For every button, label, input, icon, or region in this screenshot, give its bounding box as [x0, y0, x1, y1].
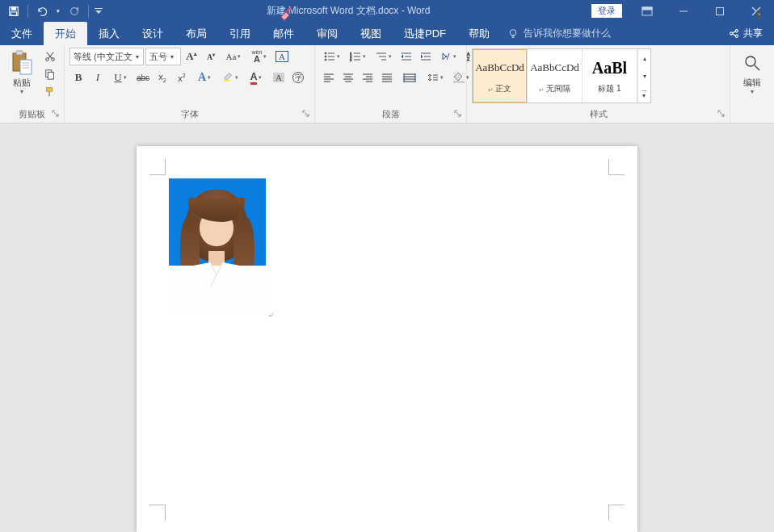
quick-access-toolbar: ▾: [0, 0, 105, 22]
paragraph-launcher[interactable]: [453, 110, 463, 119]
save-button[interactable]: [3, 0, 24, 22]
paste-label: 粘贴: [13, 77, 31, 88]
login-button[interactable]: 登录: [591, 4, 622, 18]
undo-dropdown[interactable]: ▾: [53, 0, 64, 22]
enclose-characters-button[interactable]: 字: [289, 69, 307, 86]
tab-references[interactable]: 引用: [218, 22, 262, 45]
clear-formatting-button[interactable]: [278, 5, 296, 23]
tab-layout[interactable]: 布局: [175, 22, 218, 45]
copy-button[interactable]: [41, 65, 59, 83]
document-area[interactable]: ⤶: [0, 124, 774, 532]
highlight-button[interactable]: [218, 69, 242, 86]
grow-font-button[interactable]: A▴: [183, 48, 200, 65]
line-spacing-button[interactable]: [423, 69, 448, 86]
editing-label: 编辑: [743, 77, 761, 88]
text-effects-button[interactable]: A: [192, 69, 217, 86]
clipboard-launcher[interactable]: [51, 110, 61, 119]
tab-review[interactable]: 审阅: [305, 22, 349, 45]
superscript-button[interactable]: x2: [173, 69, 191, 86]
font-color-button[interactable]: A: [244, 69, 268, 86]
style-no-spacing[interactable]: AaBbCcDd 无间隔: [528, 49, 583, 103]
margin-corner-tl: [149, 159, 166, 175]
svg-point-36: [325, 59, 326, 61]
tab-pdf[interactable]: 迅捷PDF: [393, 22, 457, 45]
undo-button[interactable]: [32, 0, 53, 22]
gallery-up[interactable]: ▴: [638, 49, 650, 67]
paragraph-mark: ⤶: [267, 311, 274, 320]
align-distributed-button[interactable]: [398, 69, 422, 86]
font-launcher[interactable]: [301, 110, 311, 119]
paste-button[interactable]: 粘贴 ▾: [5, 48, 38, 96]
minimize-button[interactable]: [665, 0, 701, 22]
svg-rect-1: [11, 6, 15, 10]
margin-corner-tr: [608, 159, 625, 175]
styles-group-label: 样式: [590, 109, 608, 119]
gallery-more[interactable]: ─▾: [638, 85, 650, 103]
character-shading-button[interactable]: A: [270, 69, 288, 86]
share-button[interactable]: 共享: [717, 22, 774, 45]
styles-gallery[interactable]: AaBbCcDd 正文 AaBbCcDd 无间隔 AaBl 标题 1 ▴ ▾ ─…: [472, 48, 651, 103]
inserted-photo[interactable]: [169, 178, 266, 316]
editing-button[interactable]: 编辑 ▾: [736, 48, 768, 96]
italic-button[interactable]: I: [89, 69, 107, 86]
svg-point-13: [735, 30, 738, 32]
gallery-down[interactable]: ▾: [638, 67, 650, 85]
svg-line-16: [733, 34, 735, 36]
style-normal[interactable]: AaBbCcDd 正文: [473, 49, 528, 103]
gallery-scroll: ▴ ▾ ─▾: [637, 49, 650, 103]
change-case-button[interactable]: Aa: [221, 48, 246, 65]
tab-view[interactable]: 视图: [349, 22, 393, 45]
font-group-label: 字体: [181, 109, 199, 119]
phonetic-guide-button[interactable]: wénA: [247, 48, 271, 65]
tell-me-search[interactable]: 告诉我你想要做什么: [507, 22, 611, 45]
qat-customize[interactable]: [92, 0, 105, 22]
svg-rect-78: [454, 82, 464, 83]
tab-file[interactable]: 文件: [0, 22, 44, 45]
font-name-combo[interactable]: 等线 (中文正文▾: [69, 48, 144, 65]
svg-rect-19: [20, 60, 32, 74]
lightbulb-icon: [507, 28, 519, 40]
decrease-indent-button[interactable]: [398, 48, 415, 65]
tell-me-label: 告诉我你想要做什么: [524, 27, 611, 40]
svg-rect-28: [48, 72, 53, 79]
svg-text:3: 3: [350, 58, 352, 61]
redo-button[interactable]: [64, 0, 85, 22]
multilevel-list-button[interactable]: [372, 48, 396, 65]
cut-button[interactable]: [41, 48, 59, 65]
numbering-button[interactable]: 123: [346, 48, 370, 65]
font-size-combo[interactable]: 五号▾: [145, 48, 181, 65]
maximize-button[interactable]: [701, 0, 738, 22]
shrink-font-button[interactable]: A▾: [202, 48, 220, 65]
tab-home[interactable]: 开始: [44, 22, 87, 45]
align-center-button[interactable]: [339, 69, 357, 86]
bold-button[interactable]: B: [69, 69, 87, 86]
ribbon-options-button[interactable]: [629, 0, 665, 22]
asian-layout-button[interactable]: [436, 48, 461, 65]
align-right-button[interactable]: [359, 69, 376, 86]
bullets-button[interactable]: [320, 48, 344, 65]
svg-point-11: [511, 29, 516, 35]
subscript-button[interactable]: x2: [154, 69, 171, 86]
align-justify-button[interactable]: [378, 69, 396, 86]
svg-rect-6: [642, 7, 652, 10]
tab-help[interactable]: 帮助: [457, 22, 501, 45]
styles-launcher[interactable]: [717, 110, 726, 119]
show-marks-button[interactable]: ¶: [750, 5, 768, 23]
increase-indent-button[interactable]: [417, 48, 435, 65]
page[interactable]: ⤶: [137, 146, 637, 532]
underline-button[interactable]: U: [108, 69, 133, 86]
tab-mailings[interactable]: 邮件: [262, 22, 305, 45]
ribbon-tabs: 文件 开始 插入 设计 布局 引用 邮件 审阅 视图 迅捷PDF 帮助 告诉我你…: [0, 22, 774, 45]
margin-corner-bl: [149, 505, 166, 521]
tab-design[interactable]: 设计: [131, 22, 175, 45]
svg-rect-8: [716, 7, 723, 15]
format-painter-button[interactable]: [41, 83, 59, 101]
tab-insert[interactable]: 插入: [87, 22, 131, 45]
character-border-button[interactable]: A: [273, 48, 291, 65]
margin-corner-br: [608, 505, 625, 521]
share-icon: [729, 28, 739, 39]
strikethrough-button[interactable]: abc: [134, 69, 152, 86]
svg-line-83: [755, 65, 759, 70]
align-left-button[interactable]: [320, 69, 338, 86]
style-heading-1[interactable]: AaBl 标题 1: [583, 49, 637, 103]
